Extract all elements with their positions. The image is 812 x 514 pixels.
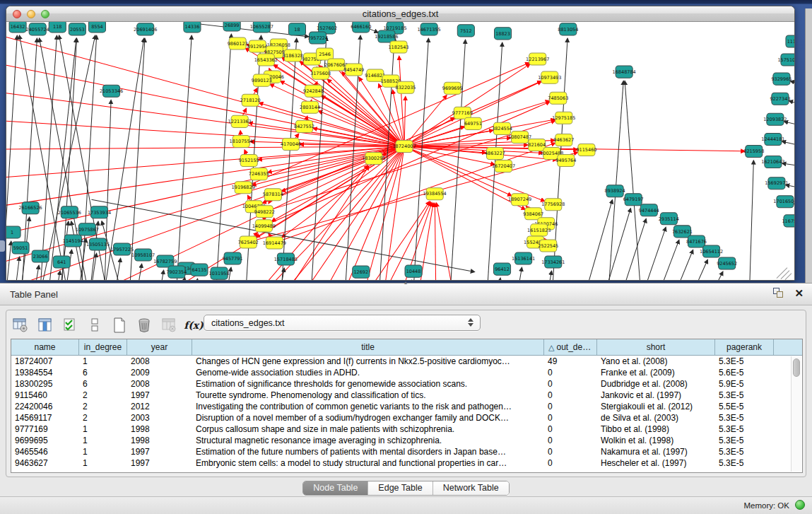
network-edge[interactable] bbox=[410, 117, 454, 143]
table-selector-dropdown[interactable]: citations_edges.txt bbox=[204, 315, 481, 331]
network-node[interactable]: 20553 bbox=[69, 23, 86, 35]
table-row[interactable]: 969969511998Structural magnetic resonanc… bbox=[11, 435, 802, 446]
network-edge[interactable] bbox=[404, 97, 405, 140]
delete-table-icon[interactable] bbox=[136, 317, 153, 334]
network-node[interactable]: 9495764 bbox=[555, 155, 576, 167]
network-node[interactable]: 16151823 bbox=[527, 224, 551, 236]
network-edge[interactable] bbox=[786, 185, 794, 197]
network-node[interactable]: 18907249 bbox=[508, 194, 531, 206]
network-node[interactable]: 26899 bbox=[223, 22, 240, 31]
network-node[interactable]: 8554 bbox=[88, 22, 105, 33]
memory-status-light[interactable] bbox=[795, 500, 805, 510]
network-node[interactable]: 10973493 bbox=[538, 71, 561, 83]
network-edge[interactable] bbox=[565, 200, 613, 281]
network-node[interactable]: 23066 bbox=[32, 250, 49, 262]
network-node[interactable]: 8427552 bbox=[294, 120, 314, 132]
network-node[interactable]: 1145194 bbox=[63, 235, 83, 247]
column-header-in_degree[interactable]: in_degree bbox=[79, 339, 127, 355]
network-node[interactable]: 9242848 bbox=[303, 85, 324, 97]
network-node[interactable]: 8322035 bbox=[396, 81, 416, 93]
panel-collapse-handle[interactable] bbox=[0, 240, 5, 252]
network-node[interactable]: 641 bbox=[53, 256, 70, 268]
column-header-short[interactable]: short bbox=[597, 339, 715, 355]
network-node[interactable]: 19196829 bbox=[232, 182, 255, 194]
network-node[interactable]: 1031958 bbox=[209, 267, 230, 279]
network-edge[interactable] bbox=[791, 81, 794, 95]
network-node[interactable]: 118 bbox=[49, 22, 66, 33]
network-node[interactable]: 7512 bbox=[457, 25, 474, 37]
scrollbar-thumb[interactable] bbox=[793, 358, 800, 377]
network-edge[interactable] bbox=[599, 81, 623, 281]
network-edge[interactable] bbox=[281, 143, 555, 240]
network-edge[interactable] bbox=[746, 160, 754, 281]
column-header-pagerank[interactable]: pagerank bbox=[715, 339, 774, 355]
network-node[interactable]: 9474444 bbox=[639, 204, 659, 216]
network-node[interactable]: 9152155 bbox=[239, 155, 259, 167]
network-node[interactable]: 17016504 bbox=[773, 196, 794, 208]
network-node[interactable]: 18724007 bbox=[392, 140, 416, 152]
table-row[interactable]: 2242004622012Investigating the contribut… bbox=[11, 401, 802, 412]
table-rows-icon[interactable] bbox=[86, 317, 103, 334]
network-node[interactable]: 1167533 bbox=[782, 215, 794, 227]
network-node[interactable]: 9463627 bbox=[553, 134, 574, 146]
network-node[interactable]: 12975185 bbox=[552, 112, 575, 124]
network-node[interactable]: 821604 bbox=[528, 139, 546, 151]
network-node[interactable]: 10958107 bbox=[131, 249, 155, 261]
network-node[interactable]: 15136141 bbox=[512, 252, 535, 264]
network-node[interactable]: 14099489 bbox=[252, 220, 276, 232]
network-node[interactable]: 6466160 bbox=[351, 22, 371, 33]
table-disabled-icon[interactable] bbox=[160, 317, 177, 334]
network-node[interactable]: 10654112 bbox=[700, 245, 723, 257]
network-node[interactable]: 1182543 bbox=[388, 41, 408, 53]
network-node[interactable]: 9457791 bbox=[223, 252, 243, 264]
network-node[interactable]: 9329965 bbox=[771, 73, 792, 85]
network-node[interactable]: 12093822 bbox=[763, 113, 787, 125]
network-node[interactable]: 16432 bbox=[9, 22, 26, 33]
network-node[interactable]: 10448 bbox=[405, 265, 422, 277]
network-node[interactable]: 15751074 bbox=[777, 54, 794, 66]
table-row[interactable]: 1830029562008Estimation of significance … bbox=[11, 378, 802, 390]
table-import-check-icon[interactable] bbox=[61, 317, 78, 334]
network-edge[interactable] bbox=[584, 209, 630, 281]
table-settings-icon[interactable] bbox=[12, 317, 29, 334]
network-node[interactable]: 59051 bbox=[12, 242, 29, 254]
network-node[interactable]: 8186328 bbox=[283, 49, 303, 62]
network-node[interactable]: 21053346 bbox=[100, 85, 123, 97]
network-view-window[interactable]: citations_edges.txt 16432240557241182055… bbox=[6, 6, 795, 281]
network-node[interactable]: 7902354 bbox=[166, 266, 187, 278]
network-node[interactable]: 16210643 bbox=[761, 156, 784, 168]
network-node[interactable]: 17353934 bbox=[88, 206, 111, 218]
network-node[interactable]: 21065536 bbox=[58, 206, 81, 218]
network-node[interactable]: 13505135 bbox=[86, 238, 110, 250]
network-node[interactable]: 9890123 bbox=[252, 74, 272, 86]
network-node[interactable]: 8471676 bbox=[686, 235, 707, 247]
network-edge[interactable] bbox=[434, 40, 465, 281]
column-header-name[interactable]: name bbox=[11, 339, 79, 355]
network-edge[interactable] bbox=[437, 203, 503, 281]
table-row[interactable]: 946554611997Estimation of the future num… bbox=[11, 446, 802, 457]
column-header-out_degree[interactable]: △out_de… bbox=[544, 339, 597, 355]
network-edge[interactable] bbox=[625, 81, 650, 281]
network-node[interactable]: 11173 bbox=[786, 35, 794, 47]
network-canvas[interactable]: 1643224055724118205538554206914061433626… bbox=[6, 22, 794, 281]
network-edge[interactable] bbox=[242, 108, 246, 115]
network-edge[interactable] bbox=[245, 150, 247, 155]
network-node[interactable]: 2718120 bbox=[240, 94, 261, 106]
tab-network-table[interactable]: Network Table bbox=[433, 481, 509, 495]
network-node[interactable]: 16848784 bbox=[613, 66, 636, 78]
table-row[interactable]: 1872400712008Changes of HCN gene express… bbox=[11, 356, 802, 367]
network-node[interactable]: 64135 bbox=[191, 264, 208, 276]
network-edge[interactable] bbox=[6, 22, 398, 145]
network-node[interactable]: 24055724 bbox=[26, 23, 49, 35]
network-node[interactable]: 18300295 bbox=[362, 153, 385, 165]
network-node[interactable]: 96412 bbox=[493, 263, 510, 275]
network-node[interactable]: 9777169 bbox=[452, 107, 473, 119]
network-edge[interactable] bbox=[160, 35, 192, 281]
network-edge[interactable] bbox=[647, 250, 693, 281]
network-edge[interactable] bbox=[536, 271, 552, 281]
network-node[interactable]: 12213363 bbox=[228, 115, 252, 127]
new-table-icon[interactable] bbox=[111, 317, 128, 334]
network-node[interactable]: 9245652 bbox=[717, 257, 737, 269]
network-node[interactable]: 7625402 bbox=[238, 236, 259, 248]
network-edge[interactable] bbox=[23, 265, 39, 281]
